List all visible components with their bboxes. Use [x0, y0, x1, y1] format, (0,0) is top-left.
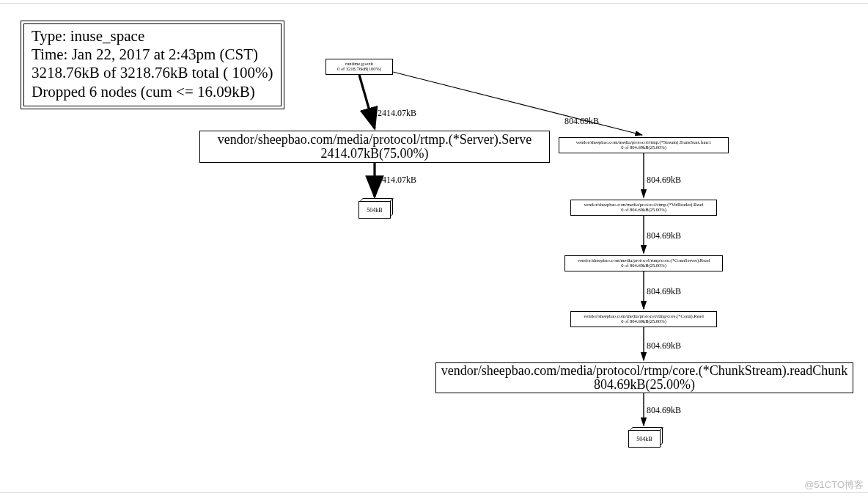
- node-label-line2: 0 of 804.69kB(25.00%): [621, 319, 666, 324]
- node-runtime-goexit[interactable]: runtime.goexit 0 of 3218.76kB(100%): [326, 59, 393, 75]
- profile-dropped-line: Dropped 6 nodes (cum <= 16.09kB): [32, 83, 273, 101]
- edge-label-connserver-conn: 804.69kB: [647, 286, 681, 297]
- node-chunkstream-readchunk[interactable]: vendor/sheepbao.com/media/protocol/rtmp/…: [435, 362, 853, 393]
- node-label-line1: vendor/sheepbao.com/media/protocol/rtmp/…: [441, 364, 847, 378]
- cube-label: 504kB: [367, 207, 382, 214]
- node-label-line2: 0 of 804.69kB(25.00%): [621, 208, 666, 213]
- node-server-serve[interactable]: vendor/sheepbao.com/media/protocol/rtmp.…: [199, 131, 550, 163]
- node-label-line1: vendor/sheepbao.com/media/protocol/rtmp.…: [218, 133, 532, 147]
- edge-label-root-transstart: 804.69kB: [564, 116, 599, 127]
- profile-info-box: Type: inuse_space Time: Jan 22, 2017 at …: [21, 21, 284, 109]
- node-conn-read[interactable]: vendor/sheepbao.com/media/protocol/rtmp/…: [570, 311, 717, 327]
- cube-front-face: 504kB: [358, 201, 391, 219]
- edge-label-conn-chunkstream: 804.69kB: [647, 340, 681, 351]
- profile-total-line: 3218.76kB of 3218.76kB total ( 100%): [32, 64, 273, 82]
- edge-label-root-serve: 2414.07kB: [378, 108, 416, 119]
- edge-label-transstart-virreader: 804.69kB: [647, 175, 681, 186]
- cube-front-face: 504kB: [628, 430, 661, 448]
- node-virreader-read[interactable]: vendor/sheepbao.com/media/protocol/rtmp.…: [570, 200, 717, 216]
- edge-root-serve: [359, 75, 375, 128]
- profile-time-line: Time: Jan 22, 2017 at 2:43pm (CST): [32, 45, 273, 64]
- node-label-line2: 2414.07kB(75.00%): [321, 147, 429, 161]
- watermark-text: @51CTO博客: [804, 478, 864, 492]
- node-alloc-box-right[interactable]: 504kB: [628, 427, 663, 448]
- node-label-line2: 804.69kB(25.00%): [594, 378, 695, 392]
- cube-label: 504kB: [636, 436, 652, 442]
- profile-type-line: Type: inuse_space: [32, 27, 273, 45]
- edge-label-virreader-connserver: 804.69kB: [647, 230, 681, 241]
- node-connserver-read[interactable]: vendor/sheepbao.com/media/protocol/rtmp/…: [564, 255, 723, 271]
- edge-label-chunkstream-cube: 804.69kB: [647, 405, 681, 416]
- window-bottombar: [0, 492, 868, 496]
- node-alloc-box-left[interactable]: 504kB: [358, 198, 394, 219]
- node-label-line2: 0 of 804.69kB(25.00%): [621, 263, 666, 269]
- profile-info-inner: Type: inuse_space Time: Jan 22, 2017 at …: [23, 23, 282, 106]
- node-label-line2: 0 of 3218.76kB(100%): [337, 67, 381, 72]
- node-transstart-func1[interactable]: vendor/sheepbao.com/media/protocol/rtmp.…: [559, 137, 729, 153]
- window-topbar: [0, 0, 868, 4]
- edge-root-transstart: [393, 72, 642, 135]
- node-label-line2: 0 of 804.69kB(25.00%): [621, 145, 666, 150]
- edge-label-serve-cube: 2414.07kB: [378, 175, 416, 186]
